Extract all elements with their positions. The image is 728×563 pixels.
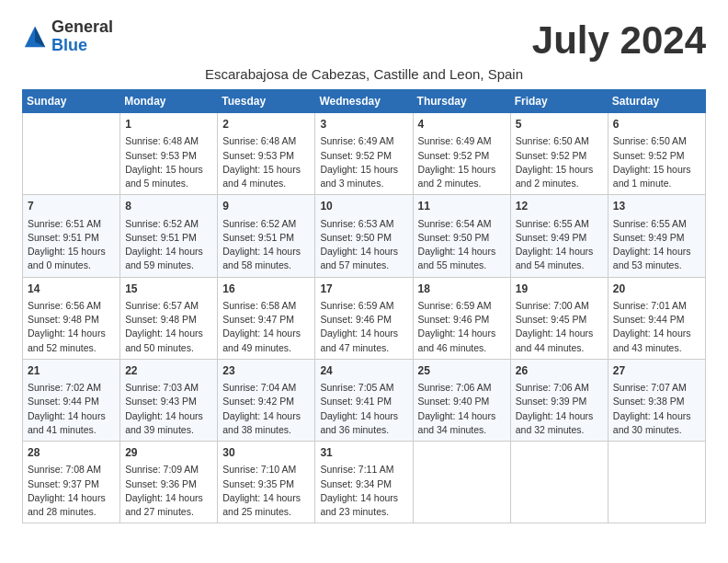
cell-details: Sunrise: 6:54 AMSunset: 9:50 PMDaylight:… — [418, 217, 506, 273]
day-number: 16 — [222, 282, 310, 297]
day-number: 2 — [222, 117, 310, 132]
calendar-cell: 6Sunrise: 6:50 AMSunset: 9:52 PMDaylight… — [608, 113, 705, 195]
day-number: 14 — [28, 282, 115, 297]
cell-details: Sunrise: 7:01 AMSunset: 9:44 PMDaylight:… — [613, 299, 700, 355]
cell-details: Sunrise: 6:59 AMSunset: 9:46 PMDaylight:… — [320, 299, 407, 355]
calendar-subtitle: Escarabajosa de Cabezas, Castille and Le… — [22, 66, 706, 82]
day-number: 11 — [418, 199, 506, 214]
day-number: 25 — [418, 363, 506, 379]
day-number: 28 — [28, 445, 115, 461]
calendar-week-row: 7Sunrise: 6:51 AMSunset: 9:51 PMDaylight… — [23, 195, 706, 277]
calendar-week-row: 21Sunrise: 7:02 AMSunset: 9:44 PMDayligh… — [23, 359, 706, 441]
calendar-cell: 30Sunrise: 7:10 AMSunset: 9:35 PMDayligh… — [218, 442, 315, 523]
day-of-week-header: Wednesday — [315, 90, 413, 113]
cell-details: Sunrise: 6:58 AMSunset: 9:47 PMDaylight:… — [222, 299, 310, 355]
day-number: 29 — [125, 445, 212, 461]
calendar-cell: 13Sunrise: 6:55 AMSunset: 9:49 PMDayligh… — [608, 195, 705, 277]
day-number: 31 — [320, 445, 407, 461]
calendar-cell: 16Sunrise: 6:58 AMSunset: 9:47 PMDayligh… — [218, 277, 315, 359]
page-header: General Blue July 2024 — [22, 18, 706, 63]
calendar-cell: 4Sunrise: 6:49 AMSunset: 9:52 PMDaylight… — [413, 113, 510, 195]
calendar-cell: 24Sunrise: 7:05 AMSunset: 9:41 PMDayligh… — [315, 359, 413, 441]
day-number: 8 — [125, 199, 212, 214]
logo-icon — [22, 24, 48, 50]
day-number: 13 — [613, 199, 700, 214]
day-number: 26 — [516, 363, 603, 379]
day-of-week-header: Tuesday — [218, 90, 315, 113]
cell-details: Sunrise: 6:55 AMSunset: 9:49 PMDaylight:… — [516, 217, 603, 273]
cell-details: Sunrise: 6:52 AMSunset: 9:51 PMDaylight:… — [125, 217, 212, 273]
cell-details: Sunrise: 6:53 AMSunset: 9:50 PMDaylight:… — [320, 217, 407, 273]
calendar-cell: 10Sunrise: 6:53 AMSunset: 9:50 PMDayligh… — [315, 195, 413, 277]
calendar-header-row: SundayMondayTuesdayWednesdayThursdayFrid… — [23, 90, 706, 113]
day-of-week-header: Friday — [510, 90, 608, 113]
day-number: 19 — [516, 282, 603, 297]
cell-details: Sunrise: 7:07 AMSunset: 9:38 PMDaylight:… — [613, 381, 700, 437]
calendar-cell — [23, 113, 120, 195]
day-number: 6 — [613, 117, 700, 132]
calendar-cell: 2Sunrise: 6:48 AMSunset: 9:53 PMDaylight… — [218, 113, 315, 195]
calendar-cell: 8Sunrise: 6:52 AMSunset: 9:51 PMDaylight… — [120, 195, 218, 277]
cell-details: Sunrise: 7:03 AMSunset: 9:43 PMDaylight:… — [125, 381, 212, 437]
day-number: 9 — [222, 199, 310, 214]
cell-details: Sunrise: 6:50 AMSunset: 9:52 PMDaylight:… — [613, 134, 700, 190]
cell-details: Sunrise: 7:11 AMSunset: 9:34 PMDaylight:… — [320, 463, 407, 519]
logo-text: General Blue — [51, 18, 113, 55]
calendar-cell: 28Sunrise: 7:08 AMSunset: 9:37 PMDayligh… — [23, 442, 120, 523]
day-of-week-header: Thursday — [413, 90, 510, 113]
cell-details: Sunrise: 7:02 AMSunset: 9:44 PMDaylight:… — [28, 381, 115, 437]
cell-details: Sunrise: 6:49 AMSunset: 9:52 PMDaylight:… — [418, 134, 506, 190]
cell-details: Sunrise: 6:48 AMSunset: 9:53 PMDaylight:… — [125, 134, 212, 190]
cell-details: Sunrise: 6:59 AMSunset: 9:46 PMDaylight:… — [418, 299, 506, 355]
day-number: 4 — [418, 117, 506, 132]
calendar-cell: 29Sunrise: 7:09 AMSunset: 9:36 PMDayligh… — [120, 442, 218, 523]
cell-details: Sunrise: 6:51 AMSunset: 9:51 PMDaylight:… — [28, 217, 115, 273]
cell-details: Sunrise: 6:57 AMSunset: 9:48 PMDaylight:… — [125, 299, 212, 355]
calendar-cell: 17Sunrise: 6:59 AMSunset: 9:46 PMDayligh… — [315, 277, 413, 359]
day-number: 12 — [516, 199, 603, 214]
cell-details: Sunrise: 6:52 AMSunset: 9:51 PMDaylight:… — [222, 217, 310, 273]
cell-details: Sunrise: 6:48 AMSunset: 9:53 PMDaylight:… — [222, 134, 310, 190]
day-number: 27 — [613, 363, 700, 379]
cell-details: Sunrise: 7:05 AMSunset: 9:41 PMDaylight:… — [320, 381, 407, 437]
calendar-cell: 18Sunrise: 6:59 AMSunset: 9:46 PMDayligh… — [413, 277, 510, 359]
calendar-cell: 5Sunrise: 6:50 AMSunset: 9:52 PMDaylight… — [510, 113, 608, 195]
calendar-cell: 27Sunrise: 7:07 AMSunset: 9:38 PMDayligh… — [608, 359, 705, 441]
calendar-cell: 15Sunrise: 6:57 AMSunset: 9:48 PMDayligh… — [120, 277, 218, 359]
cell-details: Sunrise: 7:06 AMSunset: 9:39 PMDaylight:… — [516, 381, 603, 437]
calendar-cell: 20Sunrise: 7:01 AMSunset: 9:44 PMDayligh… — [608, 277, 705, 359]
logo-blue: Blue — [51, 37, 113, 55]
logo: General Blue — [22, 18, 113, 55]
calendar-week-row: 28Sunrise: 7:08 AMSunset: 9:37 PMDayligh… — [23, 442, 706, 523]
cell-details: Sunrise: 6:56 AMSunset: 9:48 PMDaylight:… — [28, 299, 115, 355]
day-of-week-header: Monday — [120, 90, 218, 113]
day-number: 1 — [125, 117, 212, 132]
cell-details: Sunrise: 6:55 AMSunset: 9:49 PMDaylight:… — [613, 217, 700, 273]
day-number: 24 — [320, 363, 407, 379]
day-number: 22 — [125, 363, 212, 379]
calendar-cell: 22Sunrise: 7:03 AMSunset: 9:43 PMDayligh… — [120, 359, 218, 441]
calendar-cell: 31Sunrise: 7:11 AMSunset: 9:34 PMDayligh… — [315, 442, 413, 523]
calendar-cell: 23Sunrise: 7:04 AMSunset: 9:42 PMDayligh… — [218, 359, 315, 441]
calendar-cell — [510, 442, 608, 523]
day-number: 20 — [613, 282, 700, 297]
day-number: 7 — [28, 199, 115, 214]
day-number: 5 — [516, 117, 603, 132]
day-number: 17 — [320, 282, 407, 297]
day-number: 23 — [222, 363, 310, 379]
cell-details: Sunrise: 7:00 AMSunset: 9:45 PMDaylight:… — [516, 299, 603, 355]
day-of-week-header: Saturday — [608, 90, 705, 113]
day-number: 18 — [418, 282, 506, 297]
day-of-week-header: Sunday — [23, 90, 120, 113]
calendar-cell: 21Sunrise: 7:02 AMSunset: 9:44 PMDayligh… — [23, 359, 120, 441]
calendar-week-row: 14Sunrise: 6:56 AMSunset: 9:48 PMDayligh… — [23, 277, 706, 359]
cell-details: Sunrise: 6:49 AMSunset: 9:52 PMDaylight:… — [320, 134, 407, 190]
day-number: 3 — [320, 117, 407, 132]
calendar-cell: 7Sunrise: 6:51 AMSunset: 9:51 PMDaylight… — [23, 195, 120, 277]
calendar-cell: 26Sunrise: 7:06 AMSunset: 9:39 PMDayligh… — [510, 359, 608, 441]
calendar-cell: 11Sunrise: 6:54 AMSunset: 9:50 PMDayligh… — [413, 195, 510, 277]
calendar-cell — [413, 442, 510, 523]
month-title: July 2024 — [532, 18, 706, 63]
cell-details: Sunrise: 7:09 AMSunset: 9:36 PMDaylight:… — [125, 463, 212, 519]
calendar-cell: 1Sunrise: 6:48 AMSunset: 9:53 PMDaylight… — [120, 113, 218, 195]
